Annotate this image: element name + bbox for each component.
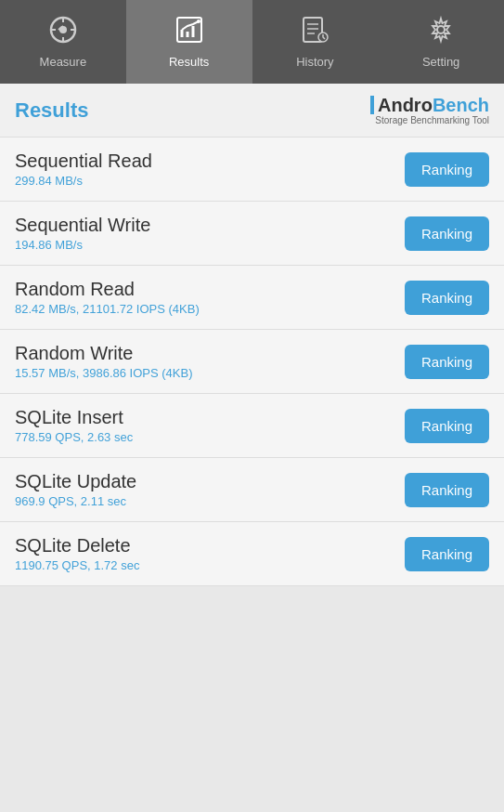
result-value: 778.59 QPS, 2.63 sec: [15, 430, 133, 444]
result-info: Random Read 82.42 MB/s, 21101.72 IOPS (4…: [15, 279, 200, 316]
measure-icon: [48, 15, 78, 49]
brand-andro: Andro: [378, 95, 433, 115]
nav-label-setting: Setting: [422, 55, 459, 69]
ranking-button[interactable]: Ranking: [405, 281, 489, 315]
result-value: 969.9 QPS, 2.11 sec: [15, 494, 136, 508]
result-value: 82.42 MB/s, 21101.72 IOPS (4KB): [15, 302, 200, 316]
result-value: 15.57 MB/s, 3986.86 IOPS (4KB): [15, 366, 193, 380]
result-value: 299.84 MB/s: [15, 174, 152, 188]
nav-item-setting[interactable]: Setting: [378, 0, 504, 84]
result-item: Random Write 15.57 MB/s, 3986.86 IOPS (4…: [0, 330, 504, 394]
brand-bar-accent: [370, 96, 374, 114]
result-info: Sequential Read 299.84 MB/s: [15, 151, 152, 188]
result-item: Random Read 82.42 MB/s, 21101.72 IOPS (4…: [0, 266, 504, 330]
result-name: Random Read: [15, 279, 200, 300]
brand-name: AndroBench: [378, 95, 489, 115]
results-icon: [174, 15, 204, 49]
ranking-button[interactable]: Ranking: [405, 409, 489, 443]
result-name: SQLite Delete: [15, 535, 139, 557]
result-info: SQLite Insert 778.59 QPS, 2.63 sec: [15, 407, 133, 444]
setting-icon: [426, 15, 456, 49]
nav-bar: Measure Results Histor: [0, 0, 504, 84]
brand: AndroBench Storage Benchmarking Tool: [370, 95, 489, 125]
ranking-button[interactable]: Ranking: [405, 152, 489, 187]
result-name: SQLite Insert: [15, 407, 133, 428]
nav-label-results: Results: [169, 55, 209, 69]
svg-point-11: [197, 20, 200, 23]
result-item: Sequential Read 299.84 MB/s Ranking: [0, 138, 504, 202]
brand-bench: Bench: [433, 95, 489, 115]
brand-logo: AndroBench: [370, 95, 489, 115]
results-list: Sequential Read 299.84 MB/s Ranking Sequ…: [0, 138, 504, 586]
result-name: Sequential Read: [15, 151, 152, 172]
result-item: Sequential Write 194.86 MB/s Ranking: [0, 202, 504, 266]
result-value: 1190.75 QPS, 1.72 sec: [15, 558, 139, 572]
history-icon: [300, 15, 330, 49]
nav-item-measure[interactable]: Measure: [0, 0, 126, 84]
result-item: SQLite Insert 778.59 QPS, 2.63 sec Ranki…: [0, 394, 504, 458]
page-title: Results: [15, 98, 88, 123]
ranking-button[interactable]: Ranking: [405, 345, 489, 379]
ranking-button[interactable]: Ranking: [405, 216, 489, 251]
result-name: Sequential Write: [15, 215, 150, 236]
result-info: SQLite Delete 1190.75 QPS, 1.72 sec: [15, 535, 139, 572]
result-info: Sequential Write 194.86 MB/s: [15, 215, 150, 252]
result-info: Random Write 15.57 MB/s, 3986.86 IOPS (4…: [15, 343, 193, 380]
nav-item-history[interactable]: History: [252, 0, 379, 84]
nav-label-history: History: [296, 55, 333, 69]
result-item: SQLite Delete 1190.75 QPS, 1.72 sec Rank…: [0, 522, 504, 586]
result-value: 194.86 MB/s: [15, 238, 150, 252]
result-name: Random Write: [15, 343, 193, 364]
nav-label-measure: Measure: [40, 55, 87, 69]
result-item: SQLite Update 969.9 QPS, 2.11 sec Rankin…: [0, 458, 504, 522]
header: Results AndroBench Storage Benchmarking …: [0, 84, 504, 138]
svg-point-17: [437, 26, 445, 33]
nav-item-results[interactable]: Results: [126, 0, 252, 84]
result-name: SQLite Update: [15, 471, 136, 492]
ranking-button[interactable]: Ranking: [405, 537, 489, 571]
brand-subtitle: Storage Benchmarking Tool: [375, 115, 489, 125]
ranking-button[interactable]: Ranking: [405, 473, 489, 507]
result-info: SQLite Update 969.9 QPS, 2.11 sec: [15, 471, 136, 508]
